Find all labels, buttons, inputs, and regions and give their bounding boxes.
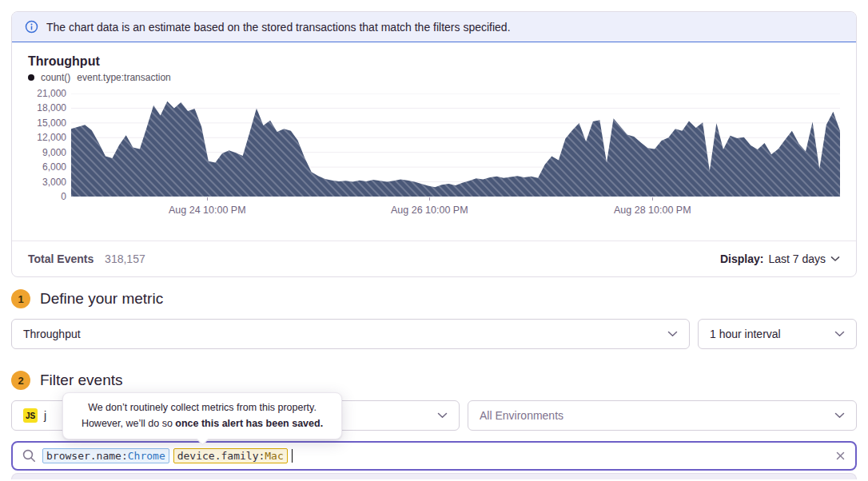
info-banner: The chart data is an estimate based on t… [12, 12, 856, 42]
tooltip-line1: We don’t routinely collect metrics from … [74, 400, 330, 415]
step-2-badge: 2 [11, 371, 30, 390]
display-value: Last 7 days [768, 252, 826, 265]
y-axis-labels: 03,0006,0009,00012,00015,00018,00021,000 [28, 93, 71, 197]
chart-panel: The chart data is an estimate based on t… [11, 11, 857, 277]
text-caret [292, 449, 293, 463]
filter-events-title: Filter events [40, 372, 122, 389]
legend-filter-label: event.type:transaction [77, 72, 170, 83]
filter-token-device[interactable]: device.family:Mac [173, 448, 288, 463]
environment-select[interactable]: All Environments [468, 400, 857, 431]
info-icon [25, 20, 38, 34]
chevron-down-icon [834, 412, 845, 419]
y-tick-label: 15,000 [37, 117, 66, 129]
metric-select[interactable]: Throughput [11, 319, 690, 349]
chart-title: Throughput [28, 54, 840, 69]
metrics-tooltip: We don’t routinely collect metrics from … [62, 392, 342, 439]
legend-series-label: count() [41, 72, 70, 83]
legend-dot-icon [28, 74, 34, 81]
close-icon[interactable] [835, 451, 846, 461]
section-filter-events: 2 Filter events [11, 371, 857, 390]
tooltip-line2: However, we’ll do so once this alert has… [74, 416, 330, 431]
area-series [71, 101, 840, 197]
metric-row: Throughput 1 hour interval [11, 319, 857, 349]
chart-body: Throughput count() event.type:transactio… [12, 42, 856, 240]
y-tick-label: 21,000 [37, 88, 66, 99]
autocomplete-dropdown-edge[interactable] [11, 473, 857, 479]
y-tick-label: 18,000 [37, 102, 66, 113]
chart-legend: count() event.type:transaction [28, 72, 840, 83]
chevron-down-icon [830, 256, 840, 262]
search-icon [22, 449, 36, 463]
total-events-value: 318,157 [105, 252, 145, 265]
chevron-down-icon [834, 331, 845, 337]
step-1-badge: 1 [11, 289, 30, 308]
filter-token-browser[interactable]: browser.name:Chrome [42, 448, 169, 463]
interval-select-value: 1 hour interval [710, 328, 828, 340]
plot-area[interactable]: Aug 24 10:00 PMAug 26 10:00 PMAug 28 10:… [71, 93, 840, 197]
metric-select-value: Throughput [23, 328, 661, 340]
interval-select[interactable]: 1 hour interval [698, 319, 857, 349]
chevron-down-icon [667, 331, 678, 337]
page: The chart data is an estimate based on t… [0, 0, 868, 479]
x-tick-mark [207, 197, 208, 201]
search-tokens: browser.name:Chrome device.family:Mac [42, 448, 829, 463]
y-tick-label: 6,000 [42, 161, 66, 173]
x-tick-label: Aug 24 10:00 PM [169, 205, 246, 216]
chevron-down-icon [437, 412, 448, 419]
display-label: Display: [720, 252, 763, 265]
x-tick-label: Aug 28 10:00 PM [614, 205, 691, 216]
section-define-metric: 1 Define your metric [11, 289, 857, 308]
total-events: Total Events 318,157 [28, 252, 145, 265]
chart-footer: Total Events 318,157 Display: Last 7 day… [12, 240, 856, 276]
x-tick-mark [429, 197, 430, 201]
chart-area: 03,0006,0009,00012,00015,00018,00021,000… [28, 93, 840, 197]
environment-select-value: All Environments [480, 409, 828, 422]
x-tick-mark [652, 197, 653, 201]
x-tick-label: Aug 26 10:00 PM [391, 205, 468, 216]
y-tick-label: 12,000 [37, 132, 66, 143]
banner-text: The chart data is an estimate based on t… [46, 21, 511, 34]
y-tick-label: 9,000 [42, 147, 66, 158]
y-tick-label: 0 [61, 191, 66, 202]
display-range-dropdown[interactable]: Display: Last 7 days [720, 252, 840, 265]
area-chart-svg [71, 93, 840, 197]
search-filter-input[interactable]: browser.name:Chrome device.family:Mac [11, 441, 857, 471]
js-platform-icon: JS [23, 408, 38, 423]
tooltip-bold-text: once this alert has been saved. [175, 418, 323, 429]
y-tick-label: 3,000 [42, 177, 66, 188]
define-metric-title: Define your metric [40, 290, 163, 308]
search-section: We don’t routinely collect metrics from … [11, 441, 857, 479]
total-events-label: Total Events [28, 252, 94, 265]
